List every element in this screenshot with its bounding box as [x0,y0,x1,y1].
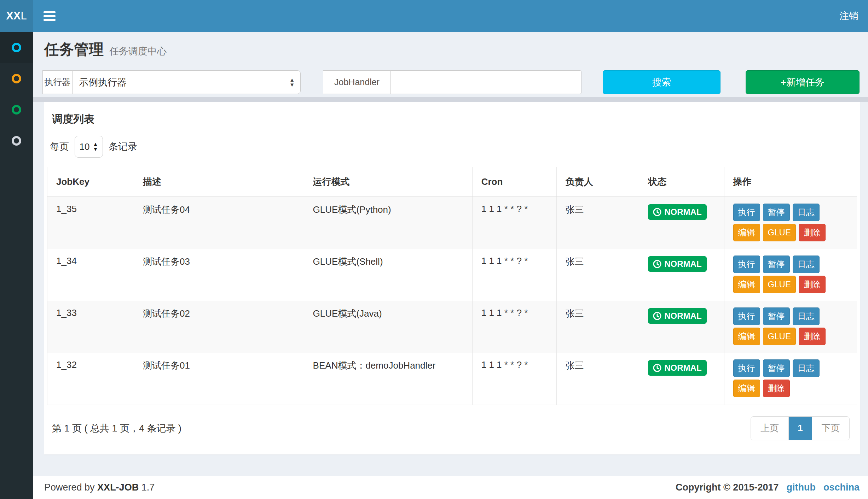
action-delete-button[interactable]: 删除 [799,328,826,345]
column-header: 运行模式 [304,167,472,197]
action-glue-button[interactable]: GLUE [763,276,796,293]
search-button[interactable]: 搜索 [603,70,721,94]
sidebar-toggle-button[interactable] [33,0,66,32]
status-text: NORMAL [664,311,701,321]
executor-filter-group: 执行器 示例执行器 ▲▼ [42,70,301,94]
filter-toolbar: 执行器 示例执行器 ▲▼ JobHandler 搜索 +新增任务 [42,70,860,94]
action-execute-button[interactable]: 执行 [733,256,760,273]
action-pause-button[interactable]: 暂停 [763,359,790,377]
sidebar-item-help[interactable] [0,125,33,156]
add-job-button[interactable]: +新增任务 [746,70,860,94]
actions-cell: 执行暂停日志编辑GLUE删除 [724,249,857,301]
executor-selected-value: 示例执行器 [79,76,127,89]
status-text: NORMAL [664,259,701,269]
select-arrows-icon: ▲▼ [289,77,295,87]
action-pause-button[interactable]: 暂停 [763,307,790,325]
owner-cell: 张三 [556,353,639,405]
powered-prefix: Powered by [44,482,95,493]
actions-cell: 执行暂停日志编辑GLUE删除 [724,197,857,249]
status-text: NORMAL [664,363,701,373]
pagination-summary: 第 1 页 ( 总共 1 页，4 条记录 ) [50,422,181,435]
page-size-select[interactable]: 10 ▲▼ [75,136,103,158]
action-edit-button[interactable]: 编辑 [733,276,760,293]
action-pause-button[interactable]: 暂停 [763,204,790,221]
cron-cell: 1 1 1 * * ? * [472,249,556,301]
status-cell: NORMAL [639,353,724,405]
action-glue-button[interactable]: GLUE [763,328,796,345]
jobhandler-input[interactable] [390,70,581,94]
mode-cell: GLUE模式(Shell) [304,249,472,301]
hamburger-icon [44,11,56,13]
select-arrows-icon: ▲▼ [93,142,98,152]
product-name: XXL-JOB [97,482,139,493]
footer-right: Copyright © 2015-2017 github oschina [676,482,860,493]
next-page-button[interactable]: 下页 [812,417,849,440]
status-badge: NORMAL [648,256,706,272]
mode-cell: GLUE模式(Java) [304,301,472,353]
jobkey-cell: 1_34 [47,249,134,301]
job-table: JobKey描述运行模式Cron负责人状态操作 1_35测试任务04GLUE模式… [47,167,857,405]
action-delete-button[interactable]: 删除 [799,224,826,241]
sidebar-nav [0,32,33,499]
sidebar-item-executor-manage[interactable] [0,63,33,94]
app-logo[interactable]: XXL [0,0,33,32]
prev-page-button[interactable]: 上页 [751,417,788,440]
action-edit-button[interactable]: 编辑 [733,328,760,345]
cron-cell: 1 1 1 * * ? * [472,301,556,353]
column-header: JobKey [47,167,134,197]
panel-top-shadow [33,97,868,102]
jobhandler-label: JobHandler [323,70,391,94]
column-header: 状态 [639,167,724,197]
page-subtitle: 任务调度中心 [109,45,167,58]
desc-cell: 测试任务03 [134,249,304,301]
owner-cell: 张三 [556,301,639,353]
jobkey-cell: 1_32 [47,353,134,405]
oschina-link[interactable]: oschina [823,482,860,493]
mode-cell: BEAN模式：demoJobHandler [304,353,472,405]
action-log-button[interactable]: 日志 [793,359,820,377]
action-log-button[interactable]: 日志 [793,256,820,273]
executor-select[interactable]: 示例执行器 ▲▼ [72,70,301,94]
action-log-button[interactable]: 日志 [793,204,820,221]
action-glue-button[interactable]: GLUE [763,224,796,241]
circle-icon [12,105,21,115]
desc-cell: 测试任务04 [134,197,304,249]
product-version: 1.7 [141,482,155,493]
copyright-text: Copyright © 2015-2017 [676,482,779,493]
action-delete-button[interactable]: 删除 [799,276,826,293]
page-size-row: 每页 10 ▲▼ 条记录 [47,129,857,167]
circle-icon [12,74,21,83]
column-header: 描述 [134,167,304,197]
clock-icon [653,312,661,320]
executor-label: 执行器 [42,70,73,94]
powered-by: Powered by XXL-JOB 1.7 [44,482,155,493]
actions-cell: 执行暂停日志编辑GLUE删除 [724,301,857,353]
table-row: 1_35测试任务04GLUE模式(Python)1 1 1 * * ? *张三N… [47,197,857,249]
action-edit-button[interactable]: 编辑 [733,224,760,241]
status-badge: NORMAL [648,360,706,376]
action-delete-button[interactable]: 删除 [763,380,790,397]
desc-cell: 测试任务01 [134,353,304,405]
action-log-button[interactable]: 日志 [793,307,820,325]
main-footer: Powered by XXL-JOB 1.7 Copyright © 2015-… [33,476,868,499]
github-link[interactable]: github [787,482,816,493]
content-area: 任务管理 任务调度中心 执行器 示例执行器 ▲▼ JobHandler 搜索 +… [33,32,868,476]
logout-link[interactable]: 注销 [830,0,868,32]
action-pause-button[interactable]: 暂停 [763,256,790,273]
content-header: 任务管理 任务调度中心 [33,32,868,64]
status-text: NORMAL [664,207,701,217]
action-execute-button[interactable]: 执行 [733,359,760,377]
table-row: 1_32测试任务01BEAN模式：demoJobHandler1 1 1 * *… [47,353,857,405]
sidebar-item-job-manage[interactable] [0,32,33,63]
page-size-suffix: 条记录 [109,140,137,153]
action-execute-button[interactable]: 执行 [733,307,760,325]
current-page-button[interactable]: 1 [788,417,812,440]
action-edit-button[interactable]: 编辑 [733,380,760,397]
status-badge: NORMAL [648,308,706,324]
action-execute-button[interactable]: 执行 [733,204,760,221]
clock-icon [653,208,661,216]
sidebar-item-dispatch-log[interactable] [0,94,33,125]
owner-cell: 张三 [556,197,639,249]
page-title-text: 任务管理 [44,40,104,59]
logo-bold-text: XX [6,10,21,22]
